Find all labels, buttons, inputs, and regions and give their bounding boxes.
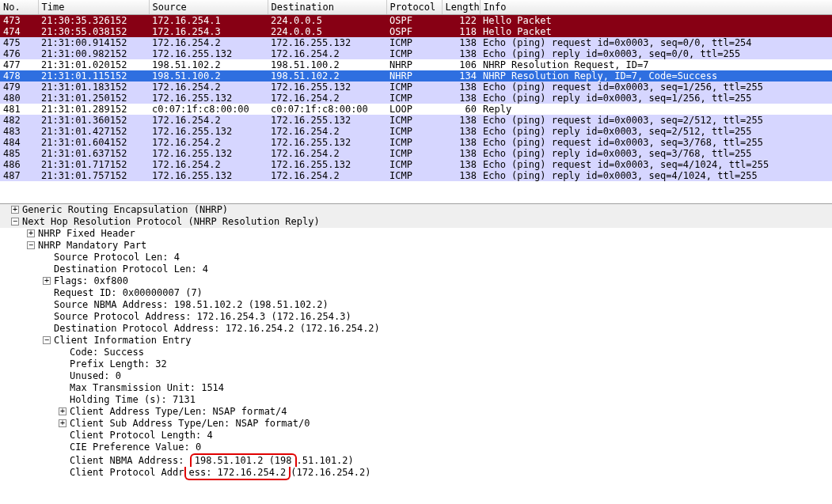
table-row[interactable]: 47321:30:35.326152172.16.254.1224.0.0.5O…: [0, 15, 832, 27]
cell-time: 21:30:35.326152: [38, 15, 149, 27]
table-row[interactable]: 48021:31:01.250152172.16.255.132172.16.2…: [0, 93, 832, 104]
tree-snbma[interactable]: Source NBMA Address: 198.51.102.2 (198.5…: [0, 299, 832, 311]
tree-cpaddr[interactable]: Client Protocol Address: 172.16.254.2 (1…: [0, 467, 832, 480]
cell-no: 483: [0, 126, 38, 137]
cell-src: 172.16.254.2: [149, 159, 268, 170]
tree-reqid-label: Request ID: 0x00000007 (7): [54, 287, 203, 298]
col-proto[interactable]: Protocol: [386, 0, 442, 15]
tree-fixed[interactable]: +NHRP Fixed Header: [0, 228, 832, 240]
cell-dst: 172.16.255.132: [268, 159, 386, 170]
cell-src: 172.16.255.132: [149, 93, 268, 104]
table-row[interactable]: 47921:31:01.183152172.16.254.2172.16.255…: [0, 81, 832, 93]
tree-cnbma[interactable]: Client NBMA Address: 198.51.101.2 (198.5…: [0, 453, 832, 467]
tree-cpl-label: Client Protocol Length: 4: [70, 430, 213, 441]
col-info[interactable]: Info: [480, 0, 832, 15]
tree-gre-label: Generic Routing Encapsulation (NHRP): [22, 204, 228, 215]
tree-nhrp[interactable]: −Next Hop Resolution Protocol (NHRP Reso…: [0, 216, 832, 228]
cell-proto: NHRP: [386, 70, 442, 81]
col-time[interactable]: Time: [38, 0, 149, 15]
cell-no: 479: [0, 81, 38, 93]
tree-catl-label: Client Address Type/Len: NSAP format/4: [70, 406, 287, 417]
tree-dpl[interactable]: Destination Protocol Len: 4: [0, 263, 832, 275]
toggle-minus-icon[interactable]: −: [43, 336, 51, 344]
col-source[interactable]: Source: [149, 0, 268, 15]
cell-time: 21:31:01.604152: [38, 137, 149, 148]
toggle-plus-icon[interactable]: +: [27, 229, 35, 237]
cell-info: Echo (ping) reply id=0x0003, seq=3/768, …: [480, 148, 832, 159]
toggle-plus-icon[interactable]: +: [59, 407, 66, 415]
tree-cpl[interactable]: Client Protocol Length: 4: [0, 430, 832, 441]
cell-proto: ICMP: [386, 159, 442, 170]
tree-pref-label: Prefix Length: 32: [70, 358, 167, 369]
toggle-plus-icon[interactable]: +: [59, 419, 66, 427]
cell-src: 172.16.255.132: [149, 48, 268, 59]
tree-spaddr[interactable]: Source Protocol Address: 172.16.254.3 (1…: [0, 311, 832, 323]
tree-dpaddr[interactable]: Destination Protocol Address: 172.16.254…: [0, 323, 832, 335]
cell-info: Echo (ping) reply id=0x0003, seq=0/0, tt…: [480, 48, 832, 59]
cell-info: Reply: [480, 104, 832, 115]
cell-len: 138: [442, 115, 480, 126]
cell-src: 198.51.100.2: [149, 70, 268, 81]
tree-cpref-label: CIE Preference Value: 0: [70, 441, 201, 453]
cell-src: 172.16.255.132: [149, 126, 268, 137]
table-row[interactable]: 48421:31:01.604152172.16.254.2172.16.255…: [0, 137, 832, 148]
tree-flags[interactable]: +Flags: 0xf800: [0, 275, 832, 287]
cell-src: 172.16.255.132: [149, 170, 268, 181]
tree-cpref[interactable]: CIE Preference Value: 0: [0, 441, 832, 453]
cell-proto: OSPF: [386, 26, 442, 37]
highlight-box: ess: 172.16.254.2: [184, 467, 291, 480]
tree-pref[interactable]: Prefix Length: 32: [0, 358, 832, 370]
table-row[interactable]: 48521:31:01.637152172.16.255.132172.16.2…: [0, 148, 832, 159]
table-row[interactable]: 48321:31:01.427152172.16.255.132172.16.2…: [0, 126, 832, 137]
tree-unused[interactable]: Unused: 0: [0, 370, 832, 382]
col-dest[interactable]: Destination: [268, 0, 386, 15]
cell-len: 138: [442, 159, 480, 170]
cell-no: 473: [0, 15, 38, 27]
tree-mand[interactable]: −NHRP Mandatory Part: [0, 240, 832, 252]
decode-tree-pane[interactable]: +Generic Routing Encapsulation (NHRP) −N…: [0, 204, 832, 480]
cell-proto: LOOP: [386, 104, 442, 115]
cell-dst: 172.16.255.132: [268, 81, 386, 93]
tree-hold[interactable]: Holding Time (s): 7131: [0, 394, 832, 406]
table-row[interactable]: 47521:31:00.914152172.16.254.2172.16.255…: [0, 37, 832, 48]
tree-reqid[interactable]: Request ID: 0x00000007 (7): [0, 287, 832, 299]
tree-csatl[interactable]: +Client Sub Address Type/Len: NSAP forma…: [0, 418, 832, 430]
col-no[interactable]: No.: [0, 0, 38, 15]
cell-len: 138: [442, 37, 480, 48]
table-row[interactable]: 48221:31:01.360152172.16.254.2172.16.255…: [0, 115, 832, 126]
toggle-minus-icon[interactable]: −: [27, 241, 35, 249]
cell-info: Echo (ping) request id=0x0003, seq=1/256…: [480, 81, 832, 93]
tree-spl-label: Source Protocol Len: 4: [54, 252, 180, 263]
table-row[interactable]: 48121:31:01.289152c0:07:1f:c8:00:00c0:07…: [0, 104, 832, 115]
table-row[interactable]: 47421:30:55.038152172.16.254.3224.0.0.5O…: [0, 26, 832, 37]
tree-spl[interactable]: Source Protocol Len: 4: [0, 252, 832, 263]
table-row[interactable]: 48621:31:01.717152172.16.254.2172.16.255…: [0, 159, 832, 170]
tree-code[interactable]: Code: Success: [0, 347, 832, 358]
cell-time: 21:31:01.717152: [38, 159, 149, 170]
table-row[interactable]: 47821:31:01.115152198.51.100.2198.51.102…: [0, 70, 832, 81]
toggle-minus-icon[interactable]: −: [11, 218, 19, 225]
table-row[interactable]: 47621:31:00.982152172.16.255.132172.16.2…: [0, 48, 832, 59]
col-len[interactable]: Length: [442, 0, 480, 15]
cell-len: 138: [442, 148, 480, 159]
cell-no: 478: [0, 70, 38, 81]
cell-len: 134: [442, 70, 480, 81]
tree-cpaddr-post: (172.16.254.2): [291, 467, 370, 478]
toggle-plus-icon[interactable]: +: [11, 206, 19, 214]
packet-list-pane[interactable]: No. Time Source Destination Protocol Len…: [0, 0, 832, 204]
cell-dst: 172.16.255.132: [268, 115, 386, 126]
tree-nhrp-label: Next Hop Resolution Protocol (NHRP Resol…: [22, 216, 320, 227]
table-row[interactable]: 48721:31:01.757152172.16.255.132172.16.2…: [0, 170, 832, 181]
cell-time: 21:31:01.020152: [38, 59, 149, 70]
cell-dst: 224.0.0.5: [268, 26, 386, 37]
tree-catl[interactable]: +Client Address Type/Len: NSAP format/4: [0, 406, 832, 418]
cell-dst: 172.16.254.2: [268, 126, 386, 137]
tree-gre[interactable]: +Generic Routing Encapsulation (NHRP): [0, 204, 832, 216]
table-row[interactable]: 47721:31:01.020152198.51.102.2198.51.100…: [0, 59, 832, 70]
tree-mtu[interactable]: Max Transmission Unit: 1514: [0, 382, 832, 394]
cell-proto: ICMP: [386, 48, 442, 59]
cell-proto: ICMP: [386, 93, 442, 104]
tree-cie[interactable]: −Client Information Entry: [0, 335, 832, 347]
cell-info: Echo (ping) request id=0x0003, seq=3/768…: [480, 137, 832, 148]
toggle-plus-icon[interactable]: +: [43, 277, 51, 285]
